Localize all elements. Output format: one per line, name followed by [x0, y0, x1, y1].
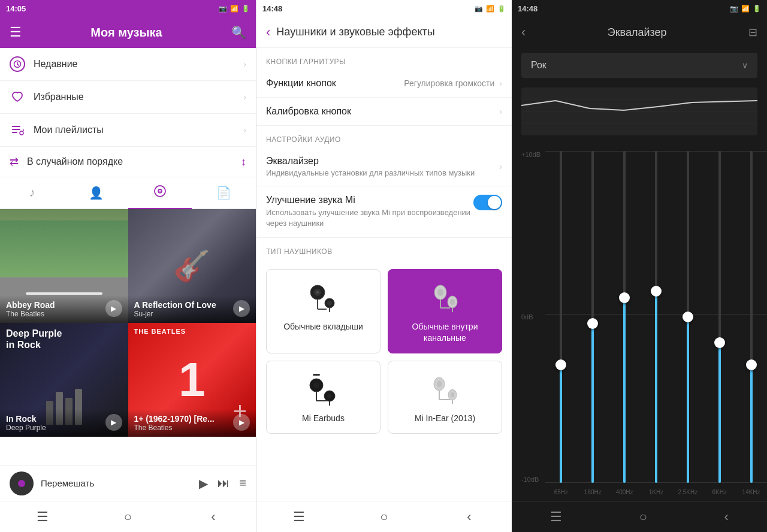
button-cal-title: Калибровка кнопок: [266, 106, 351, 117]
recent-item[interactable]: Недавние ›: [0, 48, 256, 81]
next-button[interactable]: ⏭: [218, 476, 230, 490]
earbuds-regular-icon: [306, 279, 342, 315]
p3-cam-icon: 📷: [730, 5, 738, 13]
album-card-reflection[interactable]: 🎸 A Reflection Of Love Su-jer ▶: [128, 209, 256, 323]
freq-160hz: 160Hz: [577, 484, 609, 501]
settings-back-button[interactable]: ‹: [266, 25, 270, 40]
status-time-1: 14:05: [6, 4, 26, 13]
db-minus10: -10dB: [521, 476, 540, 483]
bar-fill-3: [623, 292, 626, 483]
freq-labels: 65Hz 160Hz 400Hz 1KHz 2.5KHz 6KHz 14KHz: [545, 484, 767, 501]
audio-settings-section-label: НАСТРОЙКИ АУДИО: [256, 126, 512, 147]
album-card-beatles1[interactable]: 1 THE BEATLES + 1+ (1962-1970) [Re... Th…: [128, 323, 256, 437]
eq-bar-2500hz[interactable]: [672, 145, 703, 483]
p2-cam-icon: 📷: [475, 5, 483, 13]
reflection-play-btn[interactable]: ▶: [233, 300, 250, 317]
eq-header: ‹ Эквалайзер ⊟: [512, 17, 767, 48]
headset-buttons-section-label: КНОПКИ ГАРНИТУРЫ: [256, 48, 512, 69]
p2-nav-menu[interactable]: ☰: [287, 505, 311, 529]
bottom-nav-3: ☰ ○ ‹: [512, 501, 767, 532]
p3-nav-menu[interactable]: ☰: [550, 509, 562, 525]
earbuds-canal-icon: [427, 279, 463, 315]
svg-rect-5: [12, 132, 17, 133]
bar-knob-6[interactable]: [714, 337, 725, 348]
eq-bar-14khz[interactable]: [735, 145, 767, 483]
eq-bar-400hz[interactable]: [609, 145, 641, 483]
albums-grid: Abbey Road The Beatles ▶ 🎸 A Reflection …: [0, 209, 256, 437]
toggle-knob: [488, 196, 501, 209]
nav-back-icon[interactable]: ‹: [201, 505, 225, 529]
eq-bar-160hz[interactable]: [577, 145, 609, 483]
p2-wifi-icon: 📶: [486, 5, 494, 13]
abbey-title: Abbey Road: [6, 300, 122, 310]
tab-albums[interactable]: [128, 177, 192, 208]
status-icons-2: 📷 📶 🔋: [475, 5, 506, 13]
p3-nav-back[interactable]: ‹: [724, 509, 728, 525]
panel-settings: 14:48 📷 📶 🔋 ‹ Наушники и звуковые эффект…: [256, 0, 512, 532]
eq-more-button[interactable]: ⊟: [748, 26, 757, 39]
equalizer-row[interactable]: Эквалайзер Индивидуальные установки для …: [256, 147, 512, 186]
eq-back-button[interactable]: ‹: [521, 25, 526, 40]
playlists-item[interactable]: Мои плейлисты ›: [0, 114, 256, 147]
db-labels: +10dB 0dB -10dB: [521, 145, 540, 501]
bottom-nav-2: ☰ ○ ‹: [256, 501, 512, 532]
now-playing-label: Перемешать: [41, 478, 192, 488]
status-bar-1: 14:05 📷 📶 🔋: [0, 0, 256, 17]
beatles1-play-btn[interactable]: ▶: [233, 414, 250, 431]
hp-card-canal[interactable]: Обычные внутри канальные: [388, 269, 502, 353]
svg-point-39: [451, 392, 454, 397]
db-zero: 0dB: [521, 313, 540, 321]
svg-point-31: [327, 394, 332, 398]
eq-preset-selector[interactable]: Рок ∨: [521, 53, 757, 78]
tab-files[interactable]: 📄: [192, 177, 256, 208]
nav-menu-icon[interactable]: ☰: [31, 505, 55, 529]
bar-knob-7[interactable]: [746, 359, 757, 370]
p2-nav-back[interactable]: ‹: [457, 505, 481, 529]
hp-card-mi-earbuds[interactable]: Mi Earbuds: [266, 361, 381, 434]
inrock-artist: Deep Purple: [6, 424, 122, 432]
camera-icon: 📷: [219, 5, 227, 13]
queue-button[interactable]: ≡: [239, 476, 246, 490]
p2-nav-home[interactable]: ○: [372, 505, 396, 529]
settings-title: Наушники и звуковые эффекты: [276, 26, 434, 38]
reflection-title: A Reflection Of Love: [134, 300, 250, 310]
status-time-3: 14:48: [518, 4, 537, 13]
earbuds-regular-label: Обычные вкладыши: [283, 321, 363, 332]
mi-earbuds-label: Mi Earbuds: [302, 413, 345, 424]
p3-nav-home[interactable]: ○: [639, 509, 647, 525]
music-header: ☰ Моя музыка 🔍: [0, 17, 256, 48]
menu-button[interactable]: ☰: [10, 25, 22, 40]
hp-card-mi-inear[interactable]: Mi In-Ear (2013): [388, 361, 502, 434]
button-cal-row[interactable]: Калибровка кнопок ›: [256, 98, 512, 126]
panel-music: 14:05 📷 📶 🔋 ☰ Моя музыка 🔍 Недавние ›: [0, 0, 256, 532]
abbey-play-btn[interactable]: ▶: [105, 300, 122, 317]
bar-knob-3[interactable]: [619, 292, 630, 303]
album-card-abbey[interactable]: Abbey Road The Beatles ▶: [0, 209, 128, 323]
favorites-item[interactable]: Избранные ›: [0, 81, 256, 114]
hp-card-regular[interactable]: Обычные вкладыши: [266, 269, 381, 353]
button-func-row[interactable]: Функции кнопок Регулировка громкости ›: [256, 69, 512, 98]
svg-point-35: [437, 381, 442, 387]
button-func-value: Регулировка громкости: [404, 78, 494, 88]
search-button[interactable]: 🔍: [231, 25, 246, 40]
nav-home-icon[interactable]: ○: [116, 505, 140, 529]
tab-artists[interactable]: 👤: [64, 177, 128, 208]
bar-knob-4[interactable]: [651, 286, 662, 297]
svg-point-6: [20, 131, 23, 135]
bar-fill-1: [560, 359, 562, 483]
tab-songs[interactable]: ♪: [0, 177, 64, 208]
mi-sound-toggle[interactable]: [473, 195, 502, 210]
eq-bar-65hz[interactable]: [545, 145, 577, 483]
eq-preset-label: Рок: [531, 60, 546, 71]
inrock-play-btn[interactable]: ▶: [105, 414, 122, 431]
play-button[interactable]: ▶: [199, 476, 208, 491]
bar-knob-1[interactable]: [555, 359, 566, 370]
shuffle-row[interactable]: ⇄ В случайном порядке ↕: [0, 147, 256, 177]
eq-bar-6khz[interactable]: [703, 145, 735, 483]
eq-bar-1khz[interactable]: [641, 145, 672, 483]
button-func-arrow: ›: [499, 78, 502, 88]
bar-fill-2: [591, 318, 594, 483]
album-card-inrock[interactable]: Deep Purplein Rock In Rock Deep Purple ▶: [0, 323, 128, 437]
bar-knob-2[interactable]: [587, 318, 598, 329]
bar-knob-5[interactable]: [683, 312, 693, 322]
